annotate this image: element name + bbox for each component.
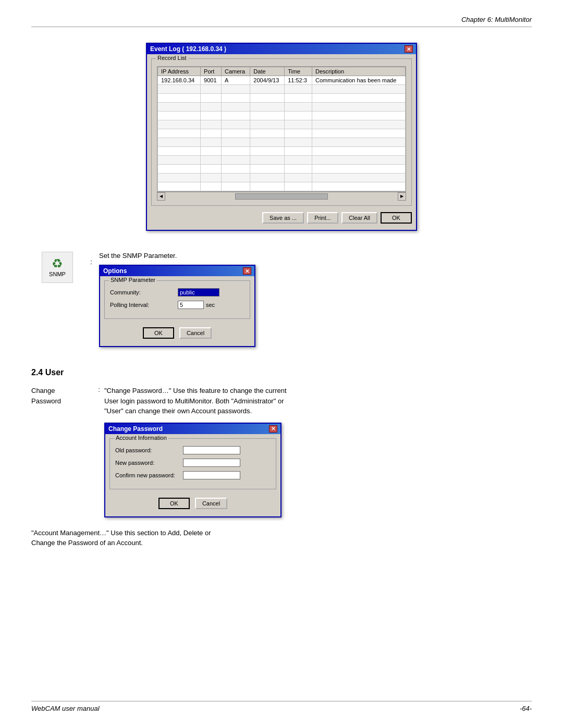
- new-password-label: New password:: [115, 460, 183, 466]
- options-titlebar: Options ✕: [100, 266, 254, 276]
- table-cell-empty: [221, 165, 250, 174]
- table-cell-empty: [250, 138, 285, 147]
- community-label: Community:: [110, 289, 178, 295]
- save-as-button[interactable]: Save as ...: [262, 212, 304, 224]
- table-cell-empty: [221, 156, 250, 165]
- event-log-title: Event Log ( 192.168.0.34 ): [150, 45, 226, 53]
- options-ok-button[interactable]: OK: [143, 327, 174, 339]
- old-password-input[interactable]: [183, 446, 240, 454]
- record-list-group: Record List IP Address Port Camera Date: [151, 58, 412, 206]
- options-dialog: Options ✕ SNMP Parameter Community: Poll…: [99, 265, 255, 347]
- table-cell-empty: [221, 174, 250, 182]
- new-password-input[interactable]: [183, 459, 240, 467]
- options-buttons: OK Cancel: [104, 324, 250, 342]
- change-password-label: ChangePassword: [31, 386, 94, 406]
- table-cell-empty: [158, 182, 201, 191]
- table-cell-empty: [285, 156, 312, 165]
- table-cell-empty: [250, 94, 285, 103]
- polling-row: Polling Interval: sec: [110, 301, 244, 309]
- snmp-description: Set the SNMP Parameter.: [99, 252, 532, 260]
- confirm-password-input[interactable]: [183, 471, 240, 479]
- table-row-empty: [158, 165, 406, 174]
- snmp-icon: ♻ SNMP: [42, 252, 73, 283]
- table-cell-empty: [250, 156, 285, 165]
- polling-label: Polling Interval:: [110, 302, 178, 308]
- table-cell-empty: [312, 174, 406, 182]
- table-cell-empty: [201, 147, 222, 156]
- scroll-track: [165, 192, 398, 200]
- table-cell-empty: [201, 120, 222, 129]
- options-close-button[interactable]: ✕: [243, 267, 251, 275]
- change-pw-ok-button[interactable]: OK: [158, 498, 190, 509]
- table-cell: 2004/9/13: [250, 76, 285, 85]
- polling-input[interactable]: [178, 301, 204, 309]
- table-cell-empty: [201, 174, 222, 182]
- snmp-icon-block: ♻ SNMP: [31, 252, 83, 283]
- table-cell-empty: [312, 112, 406, 120]
- scroll-right-arrow[interactable]: ▶: [398, 192, 406, 201]
- table-cell-empty: [285, 103, 312, 112]
- table-cell-empty: [221, 85, 250, 94]
- scroll-thumb[interactable]: [235, 193, 328, 200]
- scroll-left-arrow[interactable]: ◀: [157, 192, 165, 201]
- col-description: Description: [312, 67, 406, 76]
- table-row-empty: [158, 147, 406, 156]
- new-password-row: New password:: [115, 459, 271, 467]
- record-table-scroll: IP Address Port Camera Date Time Descrip…: [157, 66, 406, 192]
- change-colon: :: [94, 386, 104, 517]
- table-cell: 11:52:3: [285, 76, 312, 85]
- clear-all-button[interactable]: Clear All: [341, 212, 377, 224]
- page-container: Chapter 6: MultiMonitor Event Log ( 192.…: [0, 0, 563, 728]
- bottom-text: "Account Management…" Use this section t…: [31, 528, 532, 548]
- event-log-dialog: Event Log ( 192.168.0.34 ) ✕ Record List: [146, 43, 417, 231]
- table-cell-empty: [221, 182, 250, 191]
- table-cell-empty: [201, 103, 222, 112]
- snmp-right: Set the SNMP Parameter. Options ✕ SNMP P…: [99, 252, 532, 347]
- table-cell-empty: [285, 165, 312, 174]
- table-cell-empty: [285, 182, 312, 191]
- table-cell-empty: [312, 103, 406, 112]
- table-cell-empty: [250, 147, 285, 156]
- table-cell-empty: [158, 174, 201, 182]
- table-row-empty: [158, 129, 406, 138]
- ok-button[interactable]: OK: [381, 212, 412, 224]
- table-cell-empty: [221, 129, 250, 138]
- table-cell-empty: [312, 129, 406, 138]
- sec-label: sec: [206, 302, 215, 308]
- change-password-body: Account Information Old password: New pa…: [105, 434, 280, 516]
- options-cancel-button[interactable]: Cancel: [179, 327, 212, 339]
- table-cell-empty: [221, 94, 250, 103]
- print-button[interactable]: Print...: [307, 212, 338, 224]
- table-row: 192.168.0.349001A2004/9/1311:52:3Communi…: [158, 76, 406, 85]
- table-cell-empty: [221, 147, 250, 156]
- table-row-empty: [158, 94, 406, 103]
- change-pw-cancel-button[interactable]: Cancel: [195, 498, 227, 509]
- event-log-wrapper: Event Log ( 192.168.0.34 ) ✕ Record List: [146, 43, 417, 231]
- col-time: Time: [285, 67, 312, 76]
- table-cell-empty: [285, 94, 312, 103]
- table-cell-empty: [201, 156, 222, 165]
- table-cell-empty: [312, 138, 406, 147]
- horizontal-scrollbar[interactable]: ◀ ▶: [157, 192, 406, 200]
- table-cell: Communication has been made: [312, 76, 406, 85]
- table-cell-empty: [250, 120, 285, 129]
- table-cell-empty: [158, 94, 201, 103]
- col-date: Date: [250, 67, 285, 76]
- table-cell-empty: [158, 156, 201, 165]
- change-password-close-button[interactable]: ✕: [269, 425, 277, 433]
- table-cell-empty: [312, 94, 406, 103]
- options-title: Options: [103, 267, 127, 275]
- community-input[interactable]: [178, 288, 219, 297]
- table-header-row: IP Address Port Camera Date Time Descrip…: [158, 67, 406, 76]
- table-cell-empty: [312, 120, 406, 129]
- table-cell-empty: [312, 182, 406, 191]
- table-cell-empty: [285, 174, 312, 182]
- table-cell-empty: [201, 94, 222, 103]
- table-row-empty: [158, 112, 406, 120]
- table-cell-empty: [201, 85, 222, 94]
- page-footer: WebCAM user manual -64-: [31, 701, 532, 712]
- event-log-close-button[interactable]: ✕: [405, 45, 413, 53]
- table-cell-empty: [312, 85, 406, 94]
- table-cell-empty: [221, 103, 250, 112]
- table-cell-empty: [250, 103, 285, 112]
